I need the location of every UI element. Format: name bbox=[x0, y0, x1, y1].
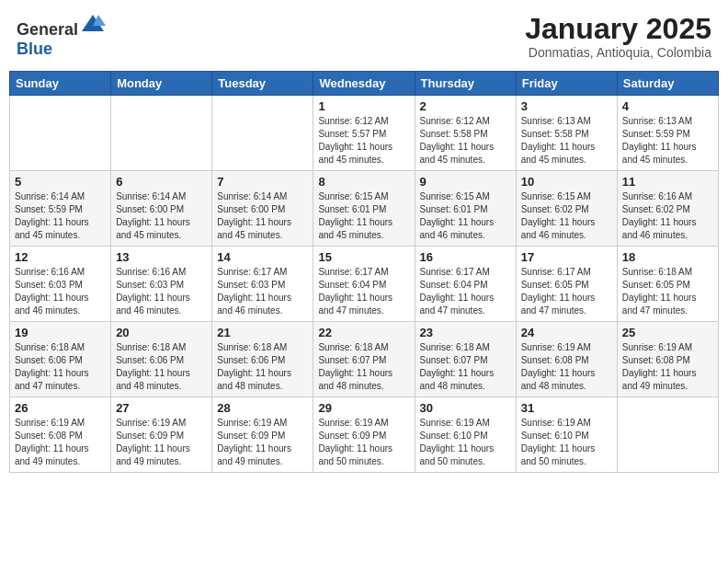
day-info: Sunrise: 6:19 AM Sunset: 6:10 PM Dayligh… bbox=[521, 417, 612, 468]
day-number: 11 bbox=[622, 175, 713, 189]
calendar-day-cell: 9Sunrise: 6:15 AM Sunset: 6:01 PM Daylig… bbox=[415, 171, 516, 247]
day-number: 10 bbox=[521, 175, 612, 189]
calendar-table: SundayMondayTuesdayWednesdayThursdayFrid… bbox=[9, 71, 719, 473]
logo-general: General bbox=[17, 20, 78, 39]
day-number: 6 bbox=[116, 175, 207, 189]
day-info: Sunrise: 6:18 AM Sunset: 6:06 PM Dayligh… bbox=[217, 341, 308, 393]
day-of-week-header: Saturday bbox=[617, 72, 718, 96]
calendar-empty-cell bbox=[111, 96, 212, 171]
calendar-empty-cell bbox=[10, 96, 111, 171]
calendar-day-cell: 1Sunrise: 6:12 AM Sunset: 5:57 PM Daylig… bbox=[313, 96, 415, 171]
calendar-week-row: 19Sunrise: 6:18 AM Sunset: 6:06 PM Dayli… bbox=[10, 322, 719, 397]
calendar-day-cell: 30Sunrise: 6:19 AM Sunset: 6:10 PM Dayli… bbox=[415, 397, 516, 473]
logo: General Blue bbox=[17, 13, 106, 59]
page-header: General Blue January 2025 Donmatias, Ant… bbox=[9, 9, 719, 63]
days-header-row: SundayMondayTuesdayWednesdayThursdayFrid… bbox=[10, 72, 719, 96]
day-number: 28 bbox=[217, 401, 308, 415]
day-info: Sunrise: 6:19 AM Sunset: 6:08 PM Dayligh… bbox=[521, 341, 612, 393]
calendar-day-cell: 23Sunrise: 6:18 AM Sunset: 6:07 PM Dayli… bbox=[415, 322, 516, 397]
calendar-day-cell: 3Sunrise: 6:13 AM Sunset: 5:58 PM Daylig… bbox=[516, 96, 617, 171]
day-info: Sunrise: 6:14 AM Sunset: 5:59 PM Dayligh… bbox=[15, 190, 106, 242]
day-number: 26 bbox=[15, 401, 106, 415]
day-number: 8 bbox=[318, 175, 409, 189]
calendar-day-cell: 25Sunrise: 6:19 AM Sunset: 6:08 PM Dayli… bbox=[617, 322, 718, 397]
calendar-week-row: 5Sunrise: 6:14 AM Sunset: 5:59 PM Daylig… bbox=[10, 171, 719, 247]
day-number: 24 bbox=[521, 326, 612, 339]
calendar-day-cell: 13Sunrise: 6:16 AM Sunset: 6:03 PM Dayli… bbox=[111, 247, 212, 322]
day-info: Sunrise: 6:15 AM Sunset: 6:02 PM Dayligh… bbox=[521, 190, 612, 242]
calendar-empty-cell bbox=[617, 397, 718, 473]
day-of-week-header: Wednesday bbox=[313, 72, 415, 96]
day-info: Sunrise: 6:17 AM Sunset: 6:04 PM Dayligh… bbox=[420, 266, 511, 317]
day-info: Sunrise: 6:17 AM Sunset: 6:03 PM Dayligh… bbox=[217, 266, 308, 317]
day-number: 20 bbox=[116, 326, 207, 339]
day-info: Sunrise: 6:13 AM Sunset: 5:58 PM Dayligh… bbox=[521, 115, 612, 167]
day-info: Sunrise: 6:19 AM Sunset: 6:08 PM Dayligh… bbox=[622, 341, 713, 393]
calendar-day-cell: 19Sunrise: 6:18 AM Sunset: 6:06 PM Dayli… bbox=[10, 322, 111, 397]
day-number: 21 bbox=[217, 326, 308, 339]
day-info: Sunrise: 6:15 AM Sunset: 6:01 PM Dayligh… bbox=[420, 190, 511, 242]
day-info: Sunrise: 6:18 AM Sunset: 6:06 PM Dayligh… bbox=[116, 341, 207, 393]
calendar-day-cell: 31Sunrise: 6:19 AM Sunset: 6:10 PM Dayli… bbox=[516, 397, 617, 473]
calendar-day-cell: 18Sunrise: 6:18 AM Sunset: 6:05 PM Dayli… bbox=[617, 247, 718, 322]
day-info: Sunrise: 6:19 AM Sunset: 6:09 PM Dayligh… bbox=[217, 417, 308, 468]
day-number: 22 bbox=[318, 326, 409, 339]
calendar-day-cell: 24Sunrise: 6:19 AM Sunset: 6:08 PM Dayli… bbox=[516, 322, 617, 397]
calendar-day-cell: 11Sunrise: 6:16 AM Sunset: 6:02 PM Dayli… bbox=[617, 171, 718, 247]
day-number: 5 bbox=[15, 175, 106, 189]
day-info: Sunrise: 6:14 AM Sunset: 6:00 PM Dayligh… bbox=[217, 190, 308, 242]
calendar-day-cell: 4Sunrise: 6:13 AM Sunset: 5:59 PM Daylig… bbox=[617, 96, 718, 171]
day-number: 25 bbox=[622, 326, 713, 339]
day-info: Sunrise: 6:14 AM Sunset: 6:00 PM Dayligh… bbox=[116, 190, 207, 242]
calendar-day-cell: 22Sunrise: 6:18 AM Sunset: 6:07 PM Dayli… bbox=[313, 322, 415, 397]
day-of-week-header: Friday bbox=[516, 72, 617, 96]
day-number: 31 bbox=[521, 401, 612, 415]
calendar-day-cell: 20Sunrise: 6:18 AM Sunset: 6:06 PM Dayli… bbox=[111, 322, 212, 397]
day-number: 23 bbox=[420, 326, 511, 339]
day-of-week-header: Thursday bbox=[415, 72, 516, 96]
logo-blue: Blue bbox=[17, 40, 52, 58]
calendar-day-cell: 27Sunrise: 6:19 AM Sunset: 6:09 PM Dayli… bbox=[111, 397, 212, 473]
calendar-day-cell: 10Sunrise: 6:15 AM Sunset: 6:02 PM Dayli… bbox=[516, 171, 617, 247]
calendar-day-cell: 14Sunrise: 6:17 AM Sunset: 6:03 PM Dayli… bbox=[212, 247, 313, 322]
title-block: January 2025 Donmatias, Antioquia, Colom… bbox=[525, 13, 711, 60]
day-number: 15 bbox=[318, 250, 409, 264]
day-number: 16 bbox=[420, 250, 511, 264]
calendar-day-cell: 17Sunrise: 6:17 AM Sunset: 6:05 PM Dayli… bbox=[516, 247, 617, 322]
day-info: Sunrise: 6:18 AM Sunset: 6:06 PM Dayligh… bbox=[15, 341, 106, 393]
month-title: January 2025 bbox=[525, 13, 711, 45]
calendar-day-cell: 8Sunrise: 6:15 AM Sunset: 6:01 PM Daylig… bbox=[313, 171, 415, 247]
day-number: 4 bbox=[622, 99, 713, 113]
day-number: 1 bbox=[318, 99, 409, 113]
day-number: 9 bbox=[420, 175, 511, 189]
day-info: Sunrise: 6:16 AM Sunset: 6:02 PM Dayligh… bbox=[622, 190, 713, 242]
calendar-week-row: 12Sunrise: 6:16 AM Sunset: 6:03 PM Dayli… bbox=[10, 247, 719, 322]
day-info: Sunrise: 6:18 AM Sunset: 6:05 PM Dayligh… bbox=[622, 266, 713, 317]
day-of-week-header: Sunday bbox=[10, 72, 111, 96]
day-info: Sunrise: 6:16 AM Sunset: 6:03 PM Dayligh… bbox=[15, 266, 106, 317]
calendar-day-cell: 12Sunrise: 6:16 AM Sunset: 6:03 PM Dayli… bbox=[10, 247, 111, 322]
day-number: 13 bbox=[116, 250, 207, 264]
calendar-day-cell: 15Sunrise: 6:17 AM Sunset: 6:04 PM Dayli… bbox=[313, 247, 415, 322]
day-of-week-header: Tuesday bbox=[212, 72, 313, 96]
day-info: Sunrise: 6:17 AM Sunset: 6:04 PM Dayligh… bbox=[318, 266, 409, 317]
day-number: 2 bbox=[420, 99, 511, 113]
day-info: Sunrise: 6:19 AM Sunset: 6:10 PM Dayligh… bbox=[420, 417, 511, 468]
day-info: Sunrise: 6:19 AM Sunset: 6:09 PM Dayligh… bbox=[318, 417, 409, 468]
logo-icon bbox=[80, 13, 106, 35]
day-number: 27 bbox=[116, 401, 207, 415]
day-number: 3 bbox=[521, 99, 612, 113]
day-info: Sunrise: 6:15 AM Sunset: 6:01 PM Dayligh… bbox=[318, 190, 409, 242]
day-number: 14 bbox=[217, 250, 308, 264]
calendar-day-cell: 7Sunrise: 6:14 AM Sunset: 6:00 PM Daylig… bbox=[212, 171, 313, 247]
calendar-day-cell: 5Sunrise: 6:14 AM Sunset: 5:59 PM Daylig… bbox=[10, 171, 111, 247]
calendar-day-cell: 29Sunrise: 6:19 AM Sunset: 6:09 PM Dayli… bbox=[313, 397, 415, 473]
day-number: 29 bbox=[318, 401, 409, 415]
day-number: 30 bbox=[420, 401, 511, 415]
day-number: 7 bbox=[217, 175, 308, 189]
calendar-empty-cell bbox=[212, 96, 313, 171]
day-number: 17 bbox=[521, 250, 612, 264]
day-of-week-header: Monday bbox=[111, 72, 212, 96]
calendar-day-cell: 28Sunrise: 6:19 AM Sunset: 6:09 PM Dayli… bbox=[212, 397, 313, 473]
calendar-day-cell: 6Sunrise: 6:14 AM Sunset: 6:00 PM Daylig… bbox=[111, 171, 212, 247]
